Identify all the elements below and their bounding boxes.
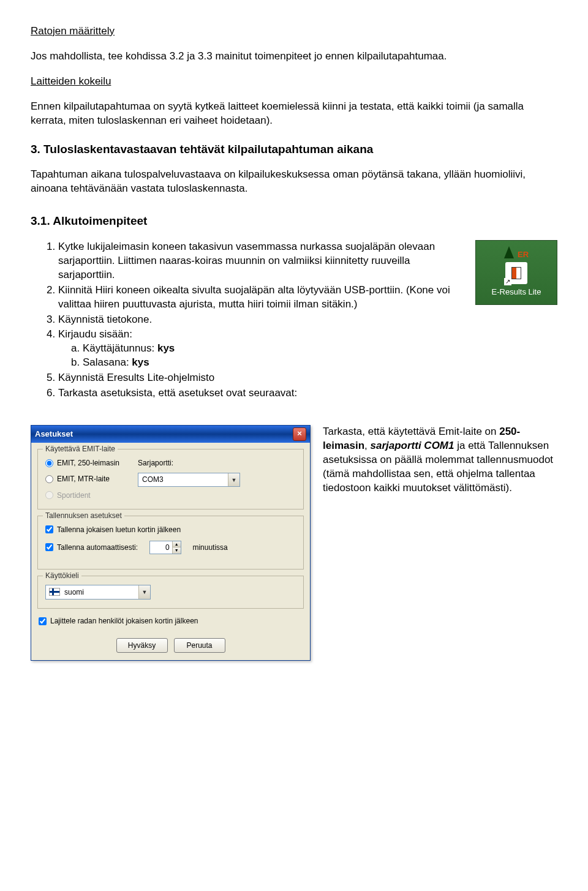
language-combo[interactable]: suomi ▼ bbox=[45, 585, 151, 600]
check-save-after-card[interactable]: Tallenna jokaisen luetun kortin jälkeen bbox=[45, 525, 296, 535]
check-save-after-card-label: Tallenna jokaisen luetun kortin jälkeen bbox=[57, 525, 181, 535]
step-4-text: Kirjaudu sisään: bbox=[58, 328, 132, 340]
step-4b-value: kys bbox=[132, 356, 149, 368]
check-save-auto-input[interactable] bbox=[45, 543, 53, 551]
auto-save-unit: minuutissa bbox=[192, 543, 227, 552]
side-note-t3: , bbox=[364, 440, 370, 451]
heading-section-3: 3. Tuloslaskentavastaavan tehtävät kilpa… bbox=[31, 141, 557, 157]
serial-port-label: Sarjaportti: bbox=[138, 458, 240, 468]
flag-fi-icon bbox=[49, 588, 60, 596]
step-4b: Salasana: kys bbox=[83, 356, 557, 370]
step-4a-label: Käyttäjätunnus: bbox=[83, 342, 157, 354]
step-6: Tarkasta asetuksista, että asetukset ova… bbox=[58, 386, 557, 400]
step-3: Käynnistä tietokone. bbox=[58, 313, 557, 327]
radio-sportident-label: Sportident bbox=[57, 491, 91, 500]
step-4: Kirjaudu sisään: Käyttäjätunnus: kys Sal… bbox=[58, 328, 557, 370]
check-sort-persons[interactable]: Lajittele radan henkilöt jokaisen kortin… bbox=[39, 616, 303, 626]
radio-emit-mtr-input[interactable] bbox=[45, 475, 53, 483]
cancel-button[interactable]: Peruuta bbox=[174, 638, 225, 653]
check-save-after-card-input[interactable] bbox=[45, 525, 53, 533]
dialog-title: Asetukset bbox=[35, 429, 73, 440]
heading-laitteiden: Laitteiden kokeilu bbox=[31, 75, 557, 89]
paragraph-laitteiden: Ennen kilpailutapahtumaa on syytä kytkeä… bbox=[31, 100, 557, 128]
group-save: Tallennuksen asetukset Tallenna jokaisen… bbox=[37, 516, 304, 570]
orienteering-flag-icon bbox=[511, 267, 521, 279]
dialog-titlebar[interactable]: Asetukset × bbox=[31, 426, 310, 443]
paragraph-section-3: Tapahtuman aikana tulospalveluvastaava o… bbox=[31, 168, 557, 196]
radio-sportident-input bbox=[45, 491, 53, 499]
desktop-icon-er: ER bbox=[518, 249, 529, 260]
group-save-legend: Tallennuksen asetukset bbox=[43, 511, 124, 521]
radio-emit-250-label: EMIT, 250-leimasin bbox=[57, 458, 119, 468]
check-save-auto[interactable]: Tallenna automaattisesti: 0 ▲ ▼ minuutis… bbox=[45, 541, 296, 554]
app-icon: ↗ bbox=[505, 262, 527, 284]
check-sort-persons-input[interactable] bbox=[39, 617, 47, 625]
settings-dialog: Asetukset × Käytettävä EMIT-laite EMIT, … bbox=[31, 425, 311, 661]
radio-emit-mtr[interactable]: EMIT, MTR-laite bbox=[45, 474, 119, 484]
group-language: Käyttökieli suomi ▼ bbox=[37, 576, 304, 609]
step-4a: Käyttäjätunnus: kys bbox=[83, 342, 557, 356]
side-note-t4: sarjaportti COM1 bbox=[371, 440, 454, 451]
step-4a-value: kys bbox=[157, 342, 175, 354]
side-note-t1: Tarkasta, että käytettävä Emit-laite on bbox=[323, 426, 499, 437]
auto-save-value: 0 bbox=[150, 541, 172, 554]
language-value: suomi bbox=[63, 587, 138, 597]
close-button[interactable]: × bbox=[293, 427, 306, 441]
step-5: Käynnistä Eresults Lite-ohjelmisto bbox=[58, 371, 557, 385]
check-sort-persons-label: Lajittele radan henkilöt jokaisen kortin… bbox=[50, 616, 198, 626]
radio-emit-mtr-label: EMIT, MTR-laite bbox=[57, 474, 110, 484]
radio-emit-250-input[interactable] bbox=[45, 459, 53, 467]
step-4b-label: Salasana: bbox=[83, 356, 132, 368]
group-emit: Käytettävä EMIT-laite EMIT, 250-leimasin… bbox=[37, 449, 304, 509]
group-language-legend: Käyttökieli bbox=[43, 571, 81, 581]
spinner-up-icon[interactable]: ▲ bbox=[172, 541, 181, 548]
paragraph-ratojen: Jos mahdollista, tee kohdissa 3.2 ja 3.3… bbox=[31, 50, 557, 64]
accept-button[interactable]: Hyväksy bbox=[116, 638, 168, 653]
spinner-down-icon[interactable]: ▼ bbox=[172, 547, 181, 554]
group-emit-legend: Käytettävä EMIT-laite bbox=[43, 444, 118, 454]
heading-ratojen: Ratojen määrittely bbox=[31, 24, 557, 39]
radio-sportident: Sportident bbox=[45, 491, 119, 500]
desktop-icon-label: E-Results Lite bbox=[492, 287, 541, 298]
heading-subsection-31: 3.1. Alkutoimenpiteet bbox=[31, 213, 557, 229]
auto-save-spinner[interactable]: 0 ▲ ▼ bbox=[149, 541, 181, 554]
serial-port-combo[interactable]: COM3 ▼ bbox=[138, 473, 240, 487]
serial-port-value: COM3 bbox=[138, 473, 228, 486]
side-note: Tarkasta, että käytettävä Emit-laite on … bbox=[323, 425, 557, 495]
chevron-down-icon[interactable]: ▼ bbox=[228, 473, 239, 486]
shortcut-arrow-icon: ↗ bbox=[504, 278, 511, 285]
chevron-down-icon[interactable]: ▼ bbox=[138, 585, 150, 599]
tree-icon bbox=[504, 246, 514, 258]
desktop-shortcut[interactable]: ER ↗ E-Results Lite bbox=[475, 240, 557, 305]
check-save-auto-label: Tallenna automaattisesti: bbox=[57, 543, 138, 552]
radio-emit-250[interactable]: EMIT, 250-leimasin bbox=[45, 458, 119, 468]
